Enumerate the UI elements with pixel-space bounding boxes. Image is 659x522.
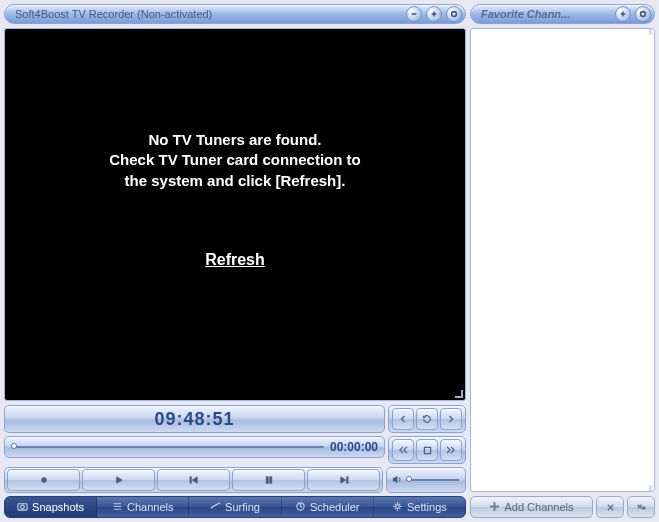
volume-panel	[386, 467, 466, 493]
favorite-channels-list[interactable]	[470, 28, 655, 492]
side-expand-button[interactable]	[615, 6, 631, 22]
camera-icon	[17, 501, 28, 514]
play-button[interactable]	[82, 469, 155, 491]
add-channels-button[interactable]: Add Channels	[470, 496, 593, 518]
tab-snapshots[interactable]: Snapshots	[5, 497, 97, 517]
skip-back-button[interactable]	[392, 439, 414, 461]
surfing-icon	[210, 501, 221, 514]
refresh-link[interactable]: Refresh	[205, 251, 265, 269]
list-icon	[112, 501, 123, 514]
channel-refresh-button[interactable]	[416, 408, 438, 430]
previous-button[interactable]	[157, 469, 230, 491]
svg-point-3	[452, 12, 457, 17]
add-channels-label: Add Channels	[504, 501, 573, 513]
side-close-button[interactable]	[635, 6, 651, 22]
svg-rect-9	[266, 477, 268, 483]
seek-slider[interactable]	[11, 446, 324, 448]
clear-icon	[636, 502, 647, 513]
main-titlebar[interactable]: Soft4Boost TV Recorder (Non-activated)	[4, 4, 466, 24]
clear-channels-button[interactable]	[627, 496, 655, 518]
plus-icon	[489, 501, 500, 514]
speaker-icon	[391, 474, 402, 487]
tab-label: Scheduler	[310, 501, 360, 513]
record-button[interactable]	[7, 469, 80, 491]
volume-thumb[interactable]	[406, 476, 412, 482]
volume-slider[interactable]	[406, 479, 459, 481]
tab-label: Snapshots	[32, 501, 84, 513]
clock-time: 09:48:51	[154, 409, 234, 430]
svg-point-14	[21, 505, 25, 509]
side-titlebar[interactable]: Favorite Chann...	[470, 4, 655, 24]
svg-marker-8	[192, 477, 197, 483]
close-button[interactable]	[446, 6, 462, 22]
scrollbar[interactable]	[649, 29, 652, 491]
next-button[interactable]	[307, 469, 380, 491]
seek-thumb[interactable]	[11, 443, 17, 449]
seek-time: 00:00:00	[330, 440, 378, 454]
channel-prev-button[interactable]	[392, 408, 414, 430]
bottom-tab-bar: Snapshots Channels Surfing Scheduler Set…	[4, 496, 466, 518]
nav-panel-bottom	[388, 436, 466, 464]
fullscreen-button[interactable]	[416, 439, 438, 461]
maximize-button[interactable]	[426, 6, 442, 22]
main-title: Soft4Boost TV Recorder (Non-activated)	[15, 8, 402, 20]
tab-surfing[interactable]: Surfing	[189, 497, 281, 517]
svg-rect-12	[346, 477, 347, 483]
svg-point-19	[396, 504, 400, 508]
message-line: the system and click [Refresh].	[109, 171, 360, 191]
remove-channel-button[interactable]	[596, 496, 624, 518]
gear-icon	[392, 501, 403, 514]
video-viewport: No TV Tuners are found. Check TV Tuner c…	[4, 28, 466, 401]
pause-button[interactable]	[232, 469, 305, 491]
tab-label: Surfing	[225, 501, 260, 513]
no-tuner-message: No TV Tuners are found. Check TV Tuner c…	[109, 130, 360, 191]
svg-marker-11	[340, 477, 345, 483]
skip-forward-button[interactable]	[440, 439, 462, 461]
svg-rect-10	[269, 477, 271, 483]
seek-panel: 00:00:00	[4, 436, 385, 458]
side-title: Favorite Chann...	[481, 8, 611, 20]
clock-icon	[295, 501, 306, 514]
svg-point-5	[41, 478, 46, 483]
message-line: Check TV Tuner card connection to	[109, 150, 360, 170]
transport-panel	[4, 467, 383, 493]
control-deck: 09:48:51 00:00:00	[4, 405, 466, 518]
svg-rect-4	[424, 447, 430, 453]
svg-rect-7	[190, 477, 191, 483]
remove-icon	[605, 502, 616, 513]
tab-label: Channels	[127, 501, 173, 513]
svg-marker-6	[116, 477, 122, 483]
minimize-button[interactable]	[406, 6, 422, 22]
clock-panel: 09:48:51	[4, 405, 385, 433]
tab-channels[interactable]: Channels	[97, 497, 189, 517]
channel-next-button[interactable]	[440, 408, 462, 430]
message-line: No TV Tuners are found.	[109, 130, 360, 150]
side-footer: Add Channels	[470, 496, 655, 518]
tab-settings[interactable]: Settings	[374, 497, 465, 517]
tab-label: Settings	[407, 501, 447, 513]
nav-panel-top	[388, 405, 466, 433]
tab-scheduler[interactable]: Scheduler	[282, 497, 374, 517]
resize-grip[interactable]	[453, 388, 463, 398]
svg-point-22	[641, 12, 646, 17]
